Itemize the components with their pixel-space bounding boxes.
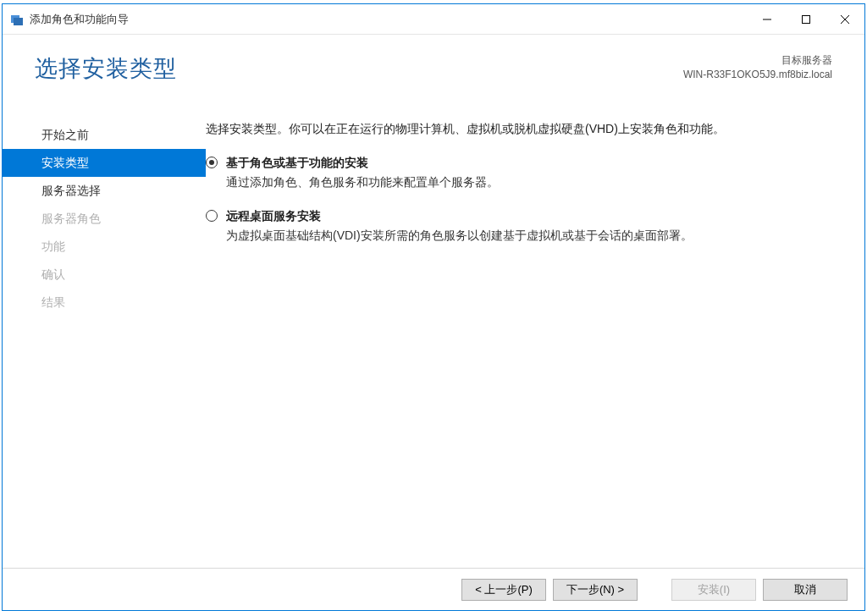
step-server-roles: 服务器角色 bbox=[3, 205, 206, 233]
step-installation-type[interactable]: 安装类型 bbox=[3, 149, 206, 177]
step-features: 功能 bbox=[3, 233, 206, 261]
footer-buttons: < 上一步(P) 下一步(N) > 安装(I) 取消 bbox=[3, 568, 864, 610]
previous-button[interactable]: < 上一步(P) bbox=[461, 579, 546, 601]
option-role-based[interactable]: 基于角色或基于功能的安装 通过添加角色、角色服务和功能来配置单个服务器。 bbox=[206, 153, 832, 191]
next-button[interactable]: 下一步(N) > bbox=[553, 579, 638, 601]
cancel-button[interactable]: 取消 bbox=[763, 579, 848, 601]
wizard-window: 添加角色和功能向导 选择安装类型 目标服务器 WIN-R33F1OKO5J9.m… bbox=[2, 3, 865, 611]
page-title: 选择安装类型 bbox=[35, 53, 177, 84]
option-remote-desktop[interactable]: 远程桌面服务安装 为虚拟桌面基础结构(VDI)安装所需的角色服务以创建基于虚拟机… bbox=[206, 206, 832, 245]
option-text: 基于角色或基于功能的安装 通过添加角色、角色服务和功能来配置单个服务器。 bbox=[226, 153, 499, 191]
window-controls bbox=[748, 4, 864, 34]
step-server-selection[interactable]: 服务器选择 bbox=[3, 177, 206, 205]
option-text: 远程桌面服务安装 为虚拟桌面基础结构(VDI)安装所需的角色服务以创建基于虚拟机… bbox=[226, 206, 693, 245]
title-bar: 添加角色和功能向导 bbox=[3, 4, 864, 35]
step-confirmation: 确认 bbox=[3, 261, 206, 289]
content-row: 开始之前 安装类型 服务器选择 服务器角色 功能 确认 结果 选择安装类型。你可… bbox=[3, 111, 864, 568]
radio-unselected-icon bbox=[206, 210, 218, 222]
step-before-you-begin[interactable]: 开始之前 bbox=[3, 121, 206, 149]
target-server-name: WIN-R33F1OKO5J9.mf8biz.local bbox=[683, 68, 832, 82]
maximize-button[interactable] bbox=[787, 4, 826, 34]
main-content: 选择安装类型。你可以在正在运行的物理计算机、虚拟机或脱机虚拟硬盘(VHD)上安装… bbox=[206, 111, 832, 568]
step-results: 结果 bbox=[3, 289, 206, 316]
window-title: 添加角色和功能向导 bbox=[30, 12, 748, 27]
option-description: 通过添加角色、角色服务和功能来配置单个服务器。 bbox=[226, 173, 499, 191]
option-description: 为虚拟桌面基础结构(VDI)安装所需的角色服务以创建基于虚拟机或基于会话的桌面部… bbox=[226, 226, 693, 245]
instruction-text: 选择安装类型。你可以在正在运行的物理计算机、虚拟机或脱机虚拟硬盘(VHD)上安装… bbox=[206, 119, 832, 138]
install-button: 安装(I) bbox=[671, 579, 756, 601]
window-body: 选择安装类型 目标服务器 WIN-R33F1OKO5J9.mf8biz.loca… bbox=[3, 35, 864, 610]
app-icon bbox=[9, 12, 25, 27]
svg-rect-3 bbox=[803, 15, 810, 23]
wizard-steps-sidebar: 开始之前 安装类型 服务器选择 服务器角色 功能 确认 结果 bbox=[3, 111, 206, 568]
radio-selected-icon bbox=[206, 157, 218, 168]
option-title: 远程桌面服务安装 bbox=[226, 206, 693, 225]
target-server-info: 目标服务器 WIN-R33F1OKO5J9.mf8biz.local bbox=[683, 53, 832, 82]
svg-rect-1 bbox=[14, 18, 23, 25]
option-title: 基于角色或基于功能的安装 bbox=[226, 153, 499, 172]
target-label: 目标服务器 bbox=[683, 53, 832, 68]
minimize-button[interactable] bbox=[748, 4, 787, 34]
header-area: 选择安装类型 目标服务器 WIN-R33F1OKO5J9.mf8biz.loca… bbox=[3, 35, 864, 111]
close-button[interactable] bbox=[826, 4, 864, 34]
